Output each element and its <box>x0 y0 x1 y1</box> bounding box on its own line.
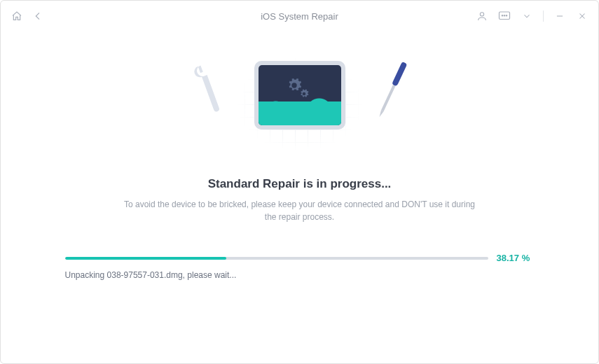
repair-illustration <box>219 41 380 167</box>
feedback-icon[interactable] <box>498 10 511 22</box>
minimize-icon[interactable] <box>553 10 566 22</box>
close-icon[interactable] <box>576 10 588 22</box>
device-illustration <box>254 61 345 130</box>
app-title: iOS System Repair <box>261 11 338 22</box>
back-icon[interactable] <box>32 10 44 22</box>
svg-marker-10 <box>378 110 383 118</box>
titlebar-divider <box>543 10 544 22</box>
svg-point-3 <box>504 15 505 17</box>
progress-subtext: To avoid the device to be bricked, pleas… <box>118 198 482 223</box>
progress-percent: 38.17 % <box>497 253 535 263</box>
app-window: iOS System Repair <box>0 0 599 364</box>
chevron-down-icon[interactable] <box>521 10 533 22</box>
svg-point-2 <box>502 15 503 17</box>
progress-area: 38.17 % <box>65 253 535 263</box>
svg-point-0 <box>480 13 483 16</box>
progress-bar <box>65 257 488 260</box>
progress-fill <box>65 257 227 260</box>
status-text: Unpacking 038-97557-031.dmg, please wait… <box>65 270 535 280</box>
titlebar-right <box>476 10 588 22</box>
svg-rect-9 <box>380 85 395 111</box>
svg-point-4 <box>506 15 507 17</box>
titlebar-left <box>11 10 44 22</box>
progress-heading: Standard Repair is in progress... <box>208 177 392 191</box>
home-icon[interactable] <box>11 10 23 22</box>
main-content: Standard Repair is in progress... To avo… <box>1 31 598 363</box>
titlebar: iOS System Repair <box>1 1 598 31</box>
wave-graphic <box>259 102 341 125</box>
svg-rect-8 <box>392 62 407 87</box>
account-icon[interactable] <box>476 10 488 22</box>
